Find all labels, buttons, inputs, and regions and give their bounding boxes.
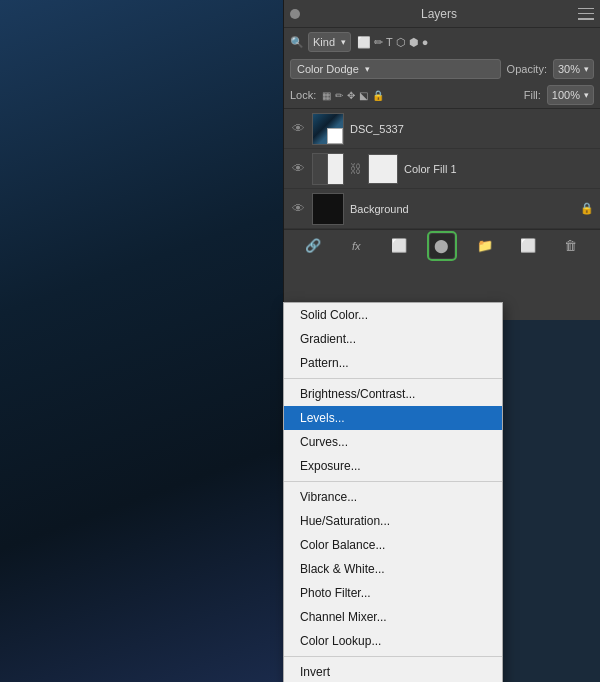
search-icon: 🔍	[290, 36, 304, 49]
layer-name: DSC_5337	[350, 123, 594, 135]
extra-icon[interactable]: ●	[422, 36, 429, 48]
new-folder-button[interactable]: 📁	[473, 234, 497, 258]
menu-item-gradient[interactable]: Gradient...	[284, 327, 502, 351]
blend-bar: Color Dodge ▾ Opacity: 30% ▾	[284, 56, 600, 82]
link-layers-button[interactable]: 🔗	[301, 234, 325, 258]
pixel-icon[interactable]: ⬜	[357, 36, 371, 49]
kind-dropdown[interactable]: Kind ▾	[308, 32, 351, 52]
panel-title: Layers	[300, 7, 578, 21]
panel-titlebar: Layers	[284, 0, 600, 28]
shape-icon[interactable]: ⬡	[396, 36, 406, 49]
panel-toolbar: 🔗 fx ⬜ ⬤ 📁 ⬜ 🗑	[284, 229, 600, 261]
menu-item-invert[interactable]: Invert	[284, 660, 502, 682]
layer-thumbnail	[312, 153, 344, 185]
menu-item-black-white[interactable]: Black & White...	[284, 557, 502, 581]
lock-artboard-icon[interactable]: ⬕	[359, 90, 368, 101]
adjustment-icon[interactable]: ✏	[374, 36, 383, 49]
menu-item-curves[interactable]: Curves...	[284, 430, 502, 454]
layer-name: Color Fill 1	[404, 163, 594, 175]
mask-button[interactable]: ⬜	[387, 234, 411, 258]
layer-row[interactable]: 👁 DSC_5337	[284, 109, 600, 149]
new-adjustment-button[interactable]: ⬤	[430, 234, 454, 258]
kind-icons: ⬜ ✏ T ⬡ ⬢ ●	[357, 36, 428, 49]
visibility-icon[interactable]: 👁	[290, 121, 306, 136]
menu-item-hue-saturation[interactable]: Hue/Saturation...	[284, 509, 502, 533]
delete-layer-button[interactable]: 🗑	[558, 234, 582, 258]
lock-all-icon[interactable]: 🔒	[372, 90, 384, 101]
kind-bar: 🔍 Kind ▾ ⬜ ✏ T ⬡ ⬢ ●	[284, 28, 600, 56]
menu-item-channel-mixer[interactable]: Channel Mixer...	[284, 605, 502, 629]
menu-item-exposure[interactable]: Exposure...	[284, 454, 502, 478]
mask-thumbnail	[368, 154, 398, 184]
chain-icon: ⛓	[350, 162, 362, 176]
close-icon[interactable]	[290, 9, 300, 19]
lock-label: Lock:	[290, 89, 316, 101]
layer-thumbnail	[312, 113, 344, 145]
menu-item-color-lookup[interactable]: Color Lookup...	[284, 629, 502, 653]
layer-row[interactable]: 👁 Background 🔒	[284, 189, 600, 229]
menu-separator	[284, 481, 502, 482]
menu-item-pattern[interactable]: Pattern...	[284, 351, 502, 375]
menu-item-solid-color[interactable]: Solid Color...	[284, 303, 502, 327]
type-icon[interactable]: T	[386, 36, 393, 48]
new-layer-button[interactable]: ⬜	[516, 234, 540, 258]
canvas-background	[0, 0, 283, 682]
fill-input[interactable]: 100% ▾	[547, 85, 594, 105]
menu-item-levels[interactable]: Levels...	[284, 406, 502, 430]
menu-item-vibrance[interactable]: Vibrance...	[284, 485, 502, 509]
menu-item-color-balance[interactable]: Color Balance...	[284, 533, 502, 557]
layer-row[interactable]: 👁 ⛓ Color Fill 1	[284, 149, 600, 189]
fill-label: Fill:	[524, 89, 541, 101]
layer-name: Background	[350, 203, 574, 215]
lock-icons: ▦ ✏ ✥ ⬕ 🔒	[322, 90, 384, 101]
menu-separator	[284, 378, 502, 379]
panel-menu-button[interactable]	[578, 8, 594, 20]
layers-list: 👁 DSC_5337 👁 ⛓ Color Fill 1 👁 Background…	[284, 109, 600, 229]
visibility-icon[interactable]: 👁	[290, 201, 306, 216]
opacity-label: Opacity:	[507, 63, 547, 75]
smart-icon[interactable]: ⬢	[409, 36, 419, 49]
adjustment-dropdown-menu: Solid Color... Gradient... Pattern... Br…	[283, 302, 503, 682]
chevron-down-icon: ▾	[584, 64, 589, 74]
lock-icon: 🔒	[580, 202, 594, 215]
lock-brush-icon[interactable]: ✏	[335, 90, 343, 101]
layers-panel: Layers 🔍 Kind ▾ ⬜ ✏ T ⬡ ⬢ ● Color Dodge …	[283, 0, 600, 320]
chevron-down-icon: ▾	[341, 37, 346, 47]
lock-checkerboard-icon[interactable]: ▦	[322, 90, 331, 101]
lock-move-icon[interactable]: ✥	[347, 90, 355, 101]
menu-separator	[284, 656, 502, 657]
opacity-input[interactable]: 30% ▾	[553, 59, 594, 79]
lock-bar: Lock: ▦ ✏ ✥ ⬕ 🔒 Fill: 100% ▾	[284, 82, 600, 109]
menu-item-brightness-contrast[interactable]: Brightness/Contrast...	[284, 382, 502, 406]
chevron-down-icon: ▾	[584, 90, 589, 100]
visibility-icon[interactable]: 👁	[290, 161, 306, 176]
menu-item-photo-filter[interactable]: Photo Filter...	[284, 581, 502, 605]
blend-mode-dropdown[interactable]: Color Dodge ▾	[290, 59, 501, 79]
chevron-down-icon: ▾	[365, 64, 370, 74]
fx-button[interactable]: fx	[344, 234, 368, 258]
layer-thumbnail	[312, 193, 344, 225]
